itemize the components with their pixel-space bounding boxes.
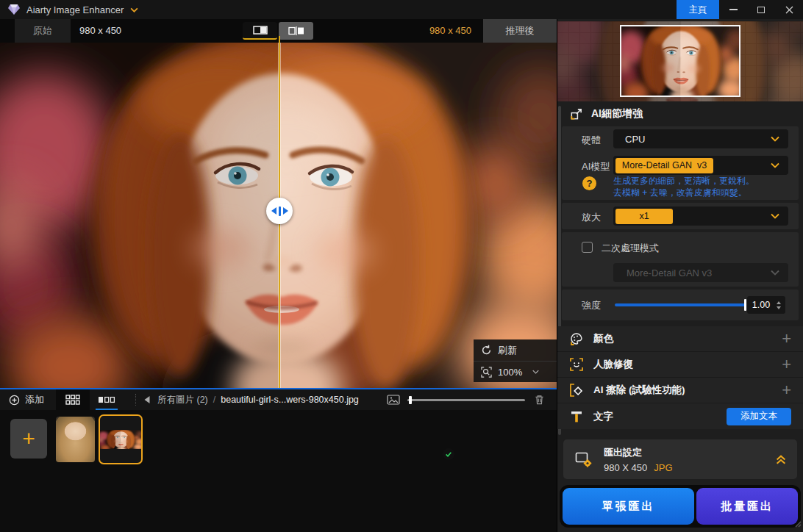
- strength-spinbox[interactable]: 1.00: [747, 296, 785, 314]
- add-text-button[interactable]: 添加文本: [727, 408, 791, 425]
- strength-steppers[interactable]: [775, 301, 782, 309]
- upscale-chevron-icon: [771, 213, 779, 219]
- section-ai-erase[interactable]: AI 擦除 (試驗性功能) +: [557, 378, 803, 403]
- slider-bar-icon: [279, 206, 281, 216]
- detail-enhance-section-header: AI細節增強: [569, 104, 643, 123]
- navigator-viewport[interactable]: [620, 25, 740, 97]
- export-batch-button[interactable]: 批量匯出: [696, 488, 798, 525]
- compare-mode-toggle: [243, 22, 313, 40]
- resize-grip[interactable]: [794, 517, 802, 531]
- add-face-restore-button[interactable]: +: [782, 356, 791, 373]
- secondary-model-dropdown[interactable]: More-Detail GAN v3: [613, 263, 788, 282]
- export-settings-texts: 匯出設定 980 X 450JPG: [604, 446, 673, 473]
- secondary-mode-checkbox[interactable]: [582, 242, 593, 253]
- detail-enhance-title: AI細節增強: [591, 107, 643, 121]
- check-icon: [445, 450, 452, 458]
- ai-model-chevron-icon: [771, 162, 779, 168]
- split-compare-icon: [253, 26, 268, 35]
- section-face-restore[interactable]: 人臉修復 +: [557, 352, 803, 378]
- thumbnail-strip: +: [0, 410, 557, 532]
- navigator-strip: [557, 21, 803, 101]
- hardware-dropdown[interactable]: CPU: [613, 129, 788, 148]
- zoom-icon: [481, 367, 492, 378]
- split-compare-button[interactable]: [243, 22, 277, 40]
- zoom-value: 100%: [498, 367, 522, 378]
- export-single-button[interactable]: 單張匯出: [563, 488, 694, 525]
- section-color[interactable]: 顏色 +: [557, 326, 803, 352]
- strength-slider-handle[interactable]: [744, 299, 746, 311]
- image-viewer: 刷新 100%: [0, 43, 557, 388]
- toolbar-divider: [135, 394, 136, 406]
- refresh-button[interactable]: 刷新: [474, 339, 557, 361]
- text-tool-icon: [569, 409, 584, 424]
- image-size-icon: [387, 395, 400, 405]
- strength-slider[interactable]: [615, 303, 746, 306]
- side-by-side-button[interactable]: [279, 22, 313, 40]
- back-arrow-icon[interactable]: [142, 395, 151, 404]
- add-ai-erase-button[interactable]: +: [782, 382, 791, 398]
- model-description: 生成更多的細節，更清晰，更銳利。 去模糊 + 去噪，改善皮膚和頭髮。: [613, 175, 754, 198]
- thumbnail-blonde-girl[interactable]: [56, 417, 95, 462]
- secondary-mode-group: 二次處理模式 More-Detail GAN v3: [562, 232, 799, 287]
- app-menu-chevron-icon[interactable]: [130, 7, 138, 12]
- export-format-value: JPG: [654, 462, 672, 473]
- delete-image-button[interactable]: [534, 394, 545, 406]
- app-window: Aiarty Image Enhancer 主頁 原始 980 x 450: [0, 0, 803, 532]
- viewer-controls: 刷新 100%: [474, 339, 557, 382]
- strength-group: 強度 1.00: [562, 290, 799, 320]
- export-collapse-button[interactable]: [775, 454, 787, 465]
- section-ai-erase-label: AI 擦除 (試驗性功能): [593, 384, 685, 397]
- face-restore-icon: [569, 357, 584, 372]
- section-text[interactable]: 文字 添加文本: [557, 403, 803, 429]
- selected-check-badge: [443, 448, 454, 460]
- add-image-tile[interactable]: +: [10, 419, 47, 459]
- strength-label: 強度: [582, 299, 601, 312]
- original-size-label: 980 x 450: [79, 19, 121, 43]
- secondary-model-value: More-Detail GAN v3: [627, 267, 712, 278]
- slider-right-arrow-icon: [283, 207, 288, 215]
- plus-circle-icon: [9, 395, 20, 406]
- eraser-icon: [569, 383, 584, 398]
- export-settings-box[interactable]: 匯出設定 980 X 450JPG: [563, 439, 797, 479]
- section-color-label: 顏色: [593, 332, 613, 345]
- tab-original[interactable]: 原始: [15, 19, 71, 43]
- minimize-button[interactable]: [719, 0, 747, 19]
- close-icon: [785, 6, 793, 14]
- app-title: Aiarty Image Enhancer: [26, 4, 124, 15]
- detail-enhance-icon: [569, 107, 583, 121]
- secondary-model-chevron-icon: [771, 270, 779, 276]
- viewer-header: 原始 980 x 450 980 x 450 推理後: [0, 19, 557, 43]
- grid-view-button[interactable]: [56, 389, 90, 410]
- tab-enhanced[interactable]: 推理後: [483, 19, 557, 43]
- add-images-button[interactable]: 添加: [9, 393, 44, 406]
- upscale-badge: x1: [615, 209, 673, 224]
- thumbnail-size-slider-handle[interactable]: [409, 396, 412, 404]
- add-images-label: 添加: [25, 393, 44, 406]
- divider-tick: [279, 36, 280, 43]
- home-button[interactable]: 主頁: [677, 0, 719, 19]
- slider-left-arrow-icon: [271, 207, 276, 215]
- refresh-icon: [481, 345, 492, 356]
- model-description-line1: 生成更多的細節，更清晰，更銳利。: [613, 175, 754, 187]
- strength-value: 1.00: [747, 300, 775, 310]
- breadcrumb: 所有圖片 (2) / beautiful-girl-s...wers-980x4…: [157, 394, 359, 406]
- maximize-button[interactable]: [747, 0, 775, 19]
- maximize-icon: [757, 7, 765, 13]
- close-button[interactable]: [775, 0, 803, 19]
- selected-thumb-photo: [100, 430, 141, 449]
- ai-model-dropdown[interactable]: More-Detail GAN v3: [613, 156, 788, 175]
- thumbnail-selected-image[interactable]: [99, 414, 143, 464]
- filmstrip-view-button[interactable]: [90, 389, 124, 410]
- model-description-line2: 去模糊 + 去噪，改善皮膚和頭髮。: [613, 187, 754, 198]
- upscale-dropdown[interactable]: x1: [613, 206, 788, 226]
- zoom-control[interactable]: 100%: [474, 361, 557, 382]
- hardware-chevron-icon: [771, 136, 779, 142]
- minimize-icon: [729, 9, 738, 10]
- model-help-icon[interactable]: ?: [582, 176, 596, 190]
- compare-slider-handle[interactable]: [266, 198, 293, 224]
- all-images-link[interactable]: 所有圖片 (2): [157, 394, 208, 406]
- step-down-icon: [777, 306, 781, 309]
- add-color-button[interactable]: +: [782, 331, 791, 347]
- filmstrip-view-icon: [98, 396, 115, 403]
- thumbnail-size-slider[interactable]: [407, 399, 525, 401]
